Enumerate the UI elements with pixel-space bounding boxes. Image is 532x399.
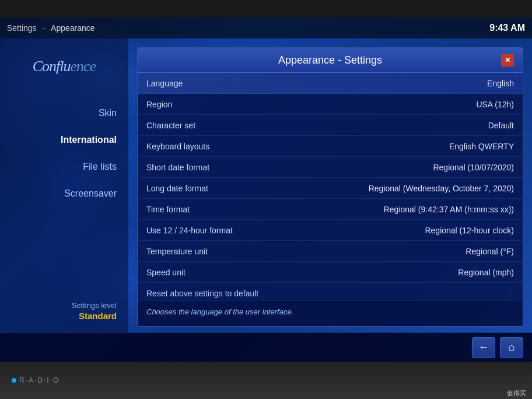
logo-text-suffix: ence (71, 58, 96, 75)
top-bar: Settings - Appearance 9:43 AM (0, 18, 532, 38)
setting-row-character-set[interactable]: Character set Default (138, 115, 523, 136)
setting-row-time-format[interactable]: Time format Regional (9:42:37 AM (h:mm:s… (138, 199, 523, 220)
bottom-bar: ← ⌂ (0, 332, 532, 362)
breadcrumb-current: Appearance (51, 23, 95, 33)
setting-value-speed-unit: Regional (mph) (458, 268, 514, 277)
setting-row-reset[interactable]: Reset above settings to default (138, 283, 523, 300)
setting-row-long-date-format[interactable]: Long date format Regional (Wednesday, Oc… (138, 178, 523, 199)
screen: Settings - Appearance 9:43 AM Confluence… (0, 18, 532, 362)
sidebar: Confluence Skin International File lists… (0, 38, 128, 332)
logo-text-main: Conflu (33, 58, 71, 75)
description-area: Chooses the language of the user interfa… (138, 300, 523, 326)
setting-row-keyboard-layouts[interactable]: Keyboard layouts English QWERTY (138, 136, 523, 157)
setting-row-region[interactable]: Region USA (12h) (138, 94, 523, 115)
sidebar-item-international[interactable]: International (0, 127, 128, 153)
setting-value-region: USA (12h) (476, 100, 514, 109)
sidebar-item-file-lists[interactable]: File lists (0, 153, 128, 180)
back-button[interactable]: ← (472, 337, 495, 358)
setting-value-time-format: Regional (9:42:37 AM (h:mm:ss xx)) (384, 205, 514, 214)
tv-led (12, 378, 16, 383)
setting-row-hour-format[interactable]: Use 12 / 24-hour format Regional (12-hou… (138, 220, 523, 241)
tv-frame: Settings - Appearance 9:43 AM Confluence… (0, 0, 532, 399)
setting-label-long-date-format: Long date format (146, 184, 208, 193)
dialog-header: Appearance - Settings ✕ (138, 48, 523, 73)
setting-label-language: Language (146, 79, 183, 88)
settings-level-label: Settings level (0, 301, 117, 310)
breadcrumb-settings: Settings (7, 23, 37, 33)
setting-label-character-set: Character set (146, 121, 195, 130)
setting-row-temperature-unit[interactable]: Temperature unit Regional (°F) (138, 241, 523, 262)
watermark: 值得买 (507, 389, 526, 398)
settings-list: Language English Region USA (12h) Charac… (138, 73, 523, 300)
settings-dialog: Appearance - Settings ✕ Language English… (137, 47, 523, 327)
tv-brand: R·A·D·I·O (19, 376, 60, 384)
tv-controls: R·A·D·I·O (12, 376, 60, 384)
close-button[interactable]: ✕ (501, 54, 514, 66)
nav-items: Skin International File lists Screensave… (0, 100, 128, 207)
sidebar-item-screensaver[interactable]: Screensaver (0, 180, 128, 207)
setting-row-speed-unit[interactable]: Speed unit Regional (mph) (138, 262, 523, 283)
setting-label-speed-unit: Speed unit (146, 268, 186, 277)
setting-label-region: Region (146, 100, 172, 109)
home-button[interactable]: ⌂ (500, 337, 523, 358)
setting-label-short-date-format: Short date format (146, 163, 209, 172)
setting-label-time-format: Time format (146, 205, 190, 214)
dialog-title: Appearance - Settings (159, 54, 501, 66)
sidebar-bottom: Settings level Standard (0, 301, 128, 321)
setting-value-temperature-unit: Regional (°F) (466, 247, 514, 256)
sidebar-item-skin[interactable]: Skin (0, 100, 128, 127)
setting-value-character-set: Default (488, 121, 514, 130)
setting-row-language[interactable]: Language English (138, 73, 523, 94)
setting-label-hour-format: Use 12 / 24-hour format (146, 226, 233, 235)
setting-label-reset: Reset above settings to default (146, 289, 258, 298)
logo-area: Confluence (12, 50, 117, 82)
setting-value-hour-format: Regional (12-hour clock) (425, 226, 514, 235)
main-content: Appearance - Settings ✕ Language English… (128, 38, 532, 332)
setting-label-keyboard-layouts: Keyboard layouts (146, 142, 209, 151)
setting-value-long-date-format: Regional (Wednesday, October 7, 2020) (369, 184, 514, 193)
setting-row-short-date-format[interactable]: Short date format Regional (10/07/2020) (138, 157, 523, 178)
breadcrumb-separator: - (42, 23, 47, 33)
setting-value-short-date-format: Regional (10/07/2020) (433, 163, 514, 172)
description-text: Chooses the language of the user interfa… (146, 307, 293, 316)
logo: Confluence (33, 58, 96, 75)
setting-value-language: English (487, 79, 514, 88)
tv-bezel-bottom: R·A·D·I·O (0, 362, 532, 399)
settings-level-value: Standard (0, 311, 117, 321)
breadcrumb: Settings - Appearance (7, 23, 95, 33)
clock: 9:43 AM (489, 23, 525, 33)
setting-label-temperature-unit: Temperature unit (146, 247, 208, 256)
setting-value-keyboard-layouts: English QWERTY (449, 142, 514, 151)
